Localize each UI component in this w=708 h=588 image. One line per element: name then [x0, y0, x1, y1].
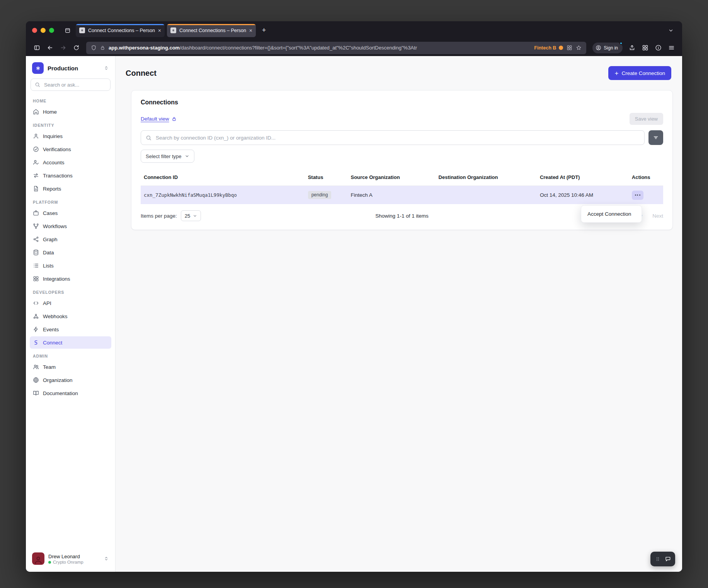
- container-tab-label: Fintech B: [534, 45, 563, 51]
- sidebar-item-api[interactable]: API: [30, 297, 111, 309]
- search-row: [141, 130, 663, 145]
- column-actions: Actions: [632, 174, 663, 180]
- grid-icon: [642, 44, 648, 51]
- sidebar-item-verifications[interactable]: Verifications: [30, 143, 111, 155]
- sidebar-item-reports[interactable]: Reports: [30, 182, 111, 195]
- environment-name: Production: [48, 65, 100, 72]
- created-at-value: Oct 14, 2025 10:46 AM: [540, 192, 632, 198]
- items-per-page: Items per page: 25: [141, 210, 201, 221]
- users-icon: [33, 364, 39, 370]
- profile-button[interactable]: [652, 42, 664, 54]
- actions-menu: Accept Connection: [581, 205, 642, 223]
- user-workspace: Crypto Onramp: [48, 560, 100, 564]
- window-controls: [32, 28, 54, 33]
- sign-in-button[interactable]: Sign in: [592, 43, 623, 53]
- browser-toolbar: app.withpersona-staging.com/dashboard/co…: [26, 39, 682, 56]
- chat-bubble-icon[interactable]: [665, 556, 671, 562]
- sidebar-search[interactable]: [31, 78, 111, 91]
- tab-close-icon[interactable]: ×: [249, 28, 252, 33]
- sidebar-item-integrations[interactable]: Integrations: [30, 273, 111, 285]
- chevrons-updown-icon: [104, 65, 109, 71]
- sidebar-item-data[interactable]: Data: [30, 246, 111, 259]
- org-switcher[interactable]: Production: [30, 61, 111, 78]
- window-tools-button[interactable]: [31, 42, 43, 54]
- forward-button[interactable]: [57, 42, 69, 54]
- next-button[interactable]: Next: [652, 213, 663, 219]
- list-all-tabs-button[interactable]: [665, 25, 677, 36]
- container-stripe-blue: [76, 24, 165, 25]
- search-icon: [146, 135, 151, 141]
- globe-icon: [33, 377, 39, 383]
- filter-type-select[interactable]: Select filter type: [141, 150, 194, 163]
- firefox-view-button[interactable]: [62, 25, 73, 36]
- sidebar-item-cases[interactable]: Cases: [30, 207, 111, 219]
- sidebar-item-connect[interactable]: Connect: [30, 336, 111, 349]
- lock-icon[interactable]: [100, 45, 105, 50]
- back-button[interactable]: [44, 42, 56, 54]
- url-bar[interactable]: app.withpersona-staging.com/dashboard/co…: [86, 42, 586, 54]
- file-icon: [33, 186, 39, 192]
- sidebar-item-accounts[interactable]: Accounts: [30, 156, 111, 169]
- chevrons-updown-icon: [104, 556, 109, 561]
- filter-button[interactable]: [648, 130, 663, 145]
- sidebar-item-events[interactable]: Events: [30, 323, 111, 336]
- sidebar-search-input[interactable]: [43, 82, 106, 88]
- reload-icon: [73, 44, 80, 51]
- connections-search[interactable]: [141, 130, 645, 145]
- sidebar-item-organization[interactable]: Organization: [30, 374, 111, 386]
- zoom-window-button[interactable]: [49, 28, 54, 33]
- arrows-swap-icon: [33, 172, 39, 179]
- tracking-shield-icon[interactable]: [91, 45, 97, 51]
- container-stripe-orange: [167, 24, 256, 25]
- sidebar-item-transactions[interactable]: Transactions: [30, 169, 111, 182]
- items-per-page-select[interactable]: 25: [181, 210, 201, 221]
- reload-button[interactable]: [70, 42, 82, 54]
- widget-launcher[interactable]: [650, 552, 675, 566]
- chevron-down-icon: [193, 214, 197, 218]
- row-actions-button[interactable]: [632, 191, 643, 200]
- browser-tab-1[interactable]: Connect Connections – Persona ×: [76, 24, 165, 37]
- connections-search-input[interactable]: [155, 135, 640, 141]
- persona-logo: [32, 62, 44, 74]
- grip-dots-icon[interactable]: [655, 556, 661, 562]
- minimize-window-button[interactable]: [41, 28, 46, 33]
- status-cell: pending: [308, 191, 351, 199]
- showing-text: Showing 1-1 of 1 items: [375, 213, 428, 219]
- card-title: Connections: [141, 99, 663, 106]
- sidebar-item-home[interactable]: Home: [30, 106, 111, 118]
- user-name: Drew Leonard: [48, 554, 80, 559]
- sidebar-item-webhooks[interactable]: Webhooks: [30, 310, 111, 322]
- bookmark-star-icon[interactable]: [576, 45, 582, 51]
- persona-favicon: [170, 27, 176, 33]
- sidebar-item-workflows[interactable]: Workflows: [30, 220, 111, 232]
- create-connection-button[interactable]: + Create Connection: [608, 66, 671, 80]
- save-view-button[interactable]: Save view: [630, 113, 663, 125]
- column-connection-id: Connection ID: [141, 174, 308, 180]
- sidebar-item-inquiries[interactable]: Inquiries: [30, 130, 111, 142]
- webhook-icon: [33, 313, 39, 319]
- new-tab-button[interactable]: +: [258, 25, 270, 36]
- close-window-button[interactable]: [32, 28, 37, 33]
- extensions-button[interactable]: [639, 42, 651, 54]
- table-row[interactable]: cxn_7ZupkNwkhNifaSMuqa1L99kyBbqo pending…: [141, 186, 663, 204]
- save-page-button[interactable]: [626, 42, 638, 54]
- app-menu-button[interactable]: [665, 42, 677, 54]
- sidebar-item-lists[interactable]: Lists: [30, 259, 111, 272]
- extension-grid-icon[interactable]: [567, 45, 572, 51]
- tab-close-icon[interactable]: ×: [158, 28, 161, 33]
- lock-icon: [172, 116, 177, 121]
- sidebar-item-graph[interactable]: Graph: [30, 233, 111, 245]
- user-menu[interactable]: Drew Leonard Crypto Onramp: [30, 550, 111, 567]
- column-source-organization: Source Organization: [351, 174, 438, 180]
- sidebar-item-documentation[interactable]: Documentation: [30, 387, 111, 399]
- section-label-admin: ADMIN: [30, 349, 111, 360]
- default-view-link[interactable]: Default view: [141, 116, 177, 122]
- browser-tab-2[interactable]: Connect Connections – Persona ×: [167, 24, 256, 37]
- accept-connection-item[interactable]: Accept Connection: [583, 208, 640, 220]
- url-text: app.withpersona-staging.com/dashboard/co…: [109, 45, 531, 51]
- connections-card: Connections Default view Save view: [131, 90, 673, 230]
- sidebar-item-team[interactable]: Team: [30, 361, 111, 373]
- section-label-platform: PLATFORM: [30, 195, 111, 206]
- section-label-developers: DEVELOPERS: [30, 285, 111, 297]
- ellipsis-icon: [635, 194, 636, 196]
